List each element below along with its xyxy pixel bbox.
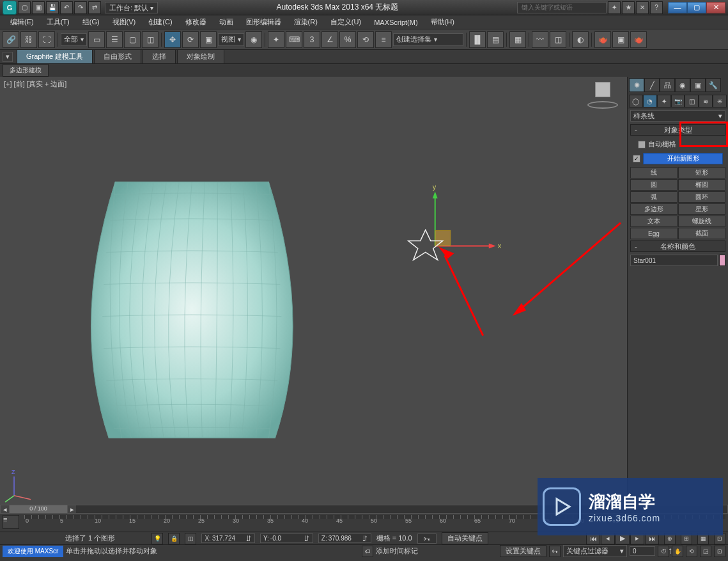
type-ellipse[interactable]: 椭圆: [678, 179, 725, 191]
link-tool-icon[interactable]: 🔗: [3, 31, 19, 48]
time-config-icon[interactable]: ≡: [3, 515, 19, 529]
lock-selection-icon[interactable]: 🔒: [168, 533, 180, 544]
snap-spinner-icon[interactable]: ⟲: [357, 31, 374, 48]
menu-views[interactable]: 视图(V): [106, 15, 143, 29]
current-frame-field[interactable]: ⮃: [630, 546, 655, 556]
type-circle[interactable]: 圆: [630, 179, 678, 191]
select-name-icon[interactable]: ☰: [106, 31, 123, 48]
menu-tools[interactable]: 工具(T): [40, 15, 76, 29]
tb-icon4[interactable]: ?: [650, 1, 663, 14]
autokey-button[interactable]: 自动关键点: [442, 532, 488, 544]
save-icon[interactable]: 💾: [46, 1, 59, 14]
ribbon-panel-polymodeling[interactable]: 多边形建模: [3, 64, 49, 77]
lock-icon[interactable]: 💡: [151, 533, 163, 544]
utilities-tab-icon[interactable]: 🔧: [706, 78, 721, 92]
snap-percent-icon[interactable]: %: [339, 31, 356, 48]
start-new-shape-button[interactable]: 开始新图形: [643, 153, 723, 164]
menu-rendering[interactable]: 渲染(R): [288, 15, 324, 29]
autogrid-checkbox[interactable]: 自动栅格: [630, 138, 725, 150]
menu-edit[interactable]: 编辑(E): [4, 15, 40, 29]
link-icon[interactable]: ⇄: [88, 1, 101, 14]
add-time-tag[interactable]: 添加时间标记: [376, 546, 418, 556]
keyboard-icon[interactable]: ⌨: [286, 31, 302, 48]
app-icon[interactable]: G: [3, 1, 17, 15]
menu-create[interactable]: 创建(C): [142, 15, 178, 29]
helpers-subtab-icon[interactable]: ◫: [685, 95, 699, 107]
bind-tool-icon[interactable]: ⛶: [38, 31, 55, 48]
snap3-icon[interactable]: 3: [304, 31, 320, 48]
render-setup-icon[interactable]: 🫖: [594, 31, 611, 48]
menu-customize[interactable]: 自定义(U): [324, 15, 368, 29]
open-icon[interactable]: ▣: [32, 1, 45, 14]
category-dropdown[interactable]: 样条线▾: [630, 110, 725, 122]
spacewarps-subtab-icon[interactable]: ≋: [699, 95, 713, 107]
shapes-subtab-icon[interactable]: ◔: [643, 95, 657, 107]
ribbon-tab-graphite[interactable]: Graphite 建模工具: [17, 49, 93, 64]
unlink-tool-icon[interactable]: ⛓: [20, 31, 37, 48]
type-section[interactable]: 截面: [678, 228, 725, 239]
render-frame-icon[interactable]: ▣: [612, 31, 629, 48]
tb-icon2[interactable]: ★: [622, 1, 635, 14]
type-egg[interactable]: Egg: [630, 228, 678, 239]
redo-icon[interactable]: ↷: [74, 1, 87, 14]
display-tab-icon[interactable]: ▣: [690, 78, 706, 92]
schematic-icon[interactable]: ◫: [550, 31, 566, 48]
geometry-subtab-icon[interactable]: ◯: [629, 95, 643, 107]
object-name-input[interactable]: [630, 255, 718, 266]
menu-modifiers[interactable]: 修改器: [179, 15, 213, 29]
setkey-button[interactable]: 设置关键点: [500, 545, 546, 557]
render-icon[interactable]: 🫖: [630, 31, 647, 48]
layers-icon[interactable]: ▦: [509, 31, 526, 48]
y-coord-field[interactable]: Y:⮃: [260, 533, 313, 543]
nav7-icon[interactable]: ◲: [700, 546, 711, 557]
systems-subtab-icon[interactable]: ✳: [713, 95, 727, 107]
refcoord-dropdown[interactable]: 视图 ▾: [218, 33, 244, 46]
type-line[interactable]: 线: [630, 167, 678, 178]
type-arc[interactable]: 弧: [630, 191, 678, 203]
mirror-icon[interactable]: ▐▌: [469, 31, 486, 48]
move-gizmo[interactable]: y x: [433, 183, 502, 249]
align-icon[interactable]: ▤: [487, 31, 504, 48]
ribbon-tab-selection[interactable]: 选择: [143, 49, 176, 64]
ribbon-tab-objectpaint[interactable]: 对象绘制: [177, 49, 224, 64]
type-rectangle[interactable]: 矩形: [678, 167, 725, 178]
menu-help[interactable]: 帮助(H): [424, 15, 461, 29]
hierarchy-tab-icon[interactable]: 品: [660, 78, 675, 92]
ribbon-tab-freeform[interactable]: 自由形式: [94, 49, 141, 64]
create-tab-icon[interactable]: ✺: [629, 78, 644, 92]
tb-icon1[interactable]: ✦: [608, 1, 621, 14]
move-icon[interactable]: ✥: [164, 31, 181, 48]
menu-maxscript[interactable]: MAXScript(M): [368, 17, 424, 28]
object-color-swatch[interactable]: [719, 255, 725, 266]
type-helix[interactable]: 螺旋线: [678, 216, 725, 227]
select-icon[interactable]: ▭: [88, 31, 105, 48]
frame-display[interactable]: 0 / 100: [10, 505, 67, 513]
cameras-subtab-icon[interactable]: 📷: [671, 95, 685, 107]
type-ngon[interactable]: 多边形: [630, 203, 678, 215]
startnew-checkbox[interactable]: ✓: [633, 155, 640, 162]
type-donut[interactable]: 圆环: [678, 191, 725, 203]
manipulate-icon[interactable]: ✦: [268, 31, 284, 48]
new-icon[interactable]: ▢: [18, 1, 31, 14]
ribbon-collapse-icon[interactable]: ▾: [3, 52, 13, 62]
named-selset-dropdown[interactable]: 创建选择集 ▾: [393, 33, 463, 46]
z-coord-field[interactable]: Z:⮃: [318, 533, 371, 543]
rollout-object-type[interactable]: 对象类型: [630, 124, 725, 136]
isolate-icon[interactable]: ◫: [185, 533, 196, 544]
pivot-icon[interactable]: ◉: [245, 31, 262, 48]
curve-editor-icon[interactable]: 〰: [532, 31, 548, 48]
undo-icon[interactable]: ↶: [60, 1, 73, 14]
lights-subtab-icon[interactable]: ✦: [657, 95, 671, 107]
type-text[interactable]: 文本: [630, 216, 678, 227]
x-coord-field[interactable]: X:⮃: [201, 533, 254, 543]
scale-icon[interactable]: ▣: [200, 31, 217, 48]
modify-tab-icon[interactable]: ╱: [644, 78, 660, 92]
menu-grapheditors[interactable]: 图形编辑器: [240, 15, 288, 29]
viewport[interactable]: [+] [前] [真实 + 边面]: [0, 77, 627, 505]
close-button[interactable]: ✕: [706, 2, 725, 13]
key-filter-dropdown[interactable]: 关键点过滤器▾: [563, 545, 627, 557]
material-editor-icon[interactable]: ◐: [572, 31, 589, 48]
select-window-icon[interactable]: ◫: [142, 31, 159, 48]
tag-icon[interactable]: 🏷: [362, 546, 373, 557]
snap-angle-icon[interactable]: ∠: [321, 31, 338, 48]
